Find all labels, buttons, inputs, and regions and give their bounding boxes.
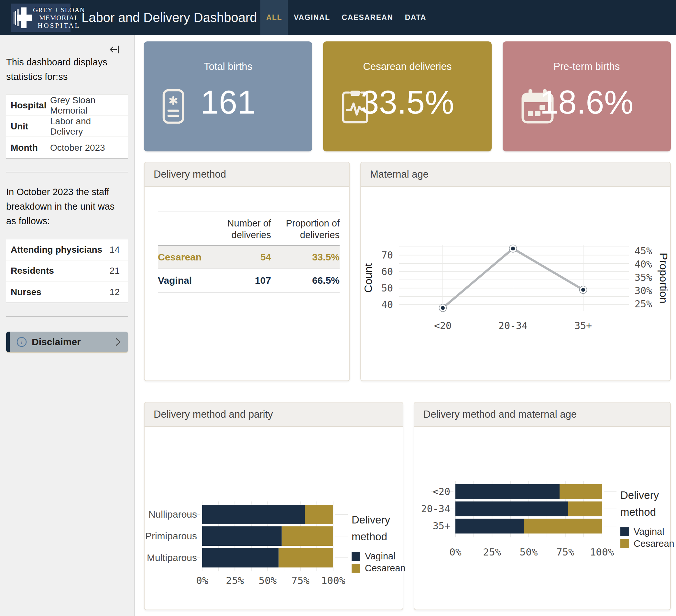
data-point-marker[interactable] (511, 246, 515, 250)
kpi-value: 18.6% (503, 83, 671, 121)
legend: DeliverymethodVaginalCesarean (620, 487, 674, 550)
nav-tabs: ALL VAGINAL CAESAREAN DATA (260, 0, 432, 35)
y-axis-tick-left: 50 (381, 282, 393, 294)
kpi-card-cesarean-deliveries: Cesarean deliveries 33.5% (323, 41, 491, 152)
y-axis-tick-left: 40 (381, 299, 393, 310)
bar-segment-cesarean[interactable] (568, 501, 602, 516)
info-label: Unit (11, 121, 50, 132)
tab-data[interactable]: DATA (399, 0, 432, 35)
bar-segment-vaginal[interactable] (455, 484, 560, 499)
y-axis-tick-right: 40% (635, 259, 652, 270)
hospital-info-table: Hospital Grey Sloan Memorial Unit Labor … (6, 95, 128, 159)
tab-caesarean[interactable]: CAESAREAN (336, 0, 399, 35)
data-point-marker[interactable] (441, 306, 445, 310)
maternal-age-chart-area: 4050607025%30%35%40%45%<2020-3435+CountP… (361, 187, 670, 381)
y-axis-tick-right: 25% (635, 298, 652, 310)
bar-segment-vaginal[interactable] (455, 501, 568, 516)
row-label: Cesarean (158, 245, 213, 269)
info-value: Grey Sloan Memorial (50, 95, 123, 116)
bar-segment-cesarean[interactable] (279, 548, 333, 567)
legend-item-cesarean[interactable]: Cesarean (620, 538, 674, 550)
staff-label: Residents (11, 266, 110, 276)
staff-table: Attending physicians 14 Residents 21 Nur… (6, 239, 128, 303)
sidebar: This dashboard displays statistics for:s… (0, 35, 135, 616)
cell-number: 107 (213, 269, 271, 292)
svg-text:i: i (21, 338, 23, 346)
disclaimer-button[interactable]: i Disclaimer (6, 332, 128, 352)
legend-item-vaginal[interactable]: Vaginal (352, 550, 406, 562)
info-value: October 2023 (50, 143, 105, 153)
table-row-cesarean: Cesarean 54 33.5% (158, 245, 340, 269)
legend-item-label: Cesarean (365, 563, 406, 574)
kpi-value: 161 (144, 83, 312, 121)
table-header-number: Number ofdeliveries (213, 212, 271, 245)
cell-number: 54 (213, 245, 271, 269)
age-method-chart-area: <2020-3435+0%25%50%75%100%Deliverymethod… (414, 427, 670, 611)
bar-segment-vaginal[interactable] (202, 505, 305, 524)
y-axis-tick-left: 70 (381, 249, 393, 261)
staff-intro-text: In October 2023 the staff breakdown in t… (6, 185, 126, 228)
staff-count: 12 (110, 287, 123, 297)
x-axis-tick: 100% (321, 575, 345, 586)
tab-vaginal[interactable]: VAGINAL (288, 0, 336, 35)
legend-item-cesarean[interactable]: Cesarean (352, 562, 406, 574)
charts-row-1: Delivery method Number ofdeliveries Prop… (144, 162, 671, 381)
category-label: 20-34 (421, 503, 450, 514)
category-label: Primiparous (145, 530, 197, 541)
top-navbar: GREY + SLOAN MEMORIAL HOSPITAL Labor and… (0, 0, 676, 35)
data-point-marker[interactable] (581, 288, 585, 292)
table-row: Month October 2023 (6, 137, 128, 158)
kpi-card-preterm-births: Pre-term births 18.6% (503, 41, 671, 152)
x-axis-tick: 25% (483, 546, 501, 558)
table-row: Nurses 12 (6, 281, 128, 302)
panel-title: Delivery method and parity (145, 402, 403, 427)
chevron-right-icon (114, 336, 122, 347)
panel-title: Delivery method and maternal age (414, 402, 670, 427)
table-header-proportion: Proportion ofdeliveries (271, 212, 340, 245)
bar-segment-cesarean[interactable] (282, 526, 333, 546)
legend-item-label: Cesarean (634, 538, 674, 549)
y-axis-tick-right: 45% (635, 245, 652, 257)
x-axis-tick: <20 (434, 320, 452, 331)
table-header-blank (158, 212, 213, 245)
hospital-logo: GREY + SLOAN MEMORIAL HOSPITAL (11, 4, 70, 32)
delivery-method-table: Number ofdeliveries Proportion ofdeliver… (158, 212, 340, 292)
y-axis-title-count: Count (362, 263, 374, 293)
legend-swatch (352, 552, 360, 561)
bar-segment-cesarean[interactable] (560, 484, 602, 499)
sidebar-collapse-icon[interactable] (109, 44, 120, 56)
x-axis-tick: 35+ (574, 320, 592, 331)
tab-all[interactable]: ALL (260, 0, 288, 35)
info-label: Hospital (11, 100, 50, 111)
info-value: Labor and Delivery (50, 116, 123, 137)
bar-segment-cesarean[interactable] (524, 519, 602, 534)
staff-label: Attending physicians (11, 244, 110, 255)
disclaimer-label: Disclaimer (32, 336, 81, 347)
kpi-title: Total births (144, 61, 312, 72)
panel-maternal-age: Maternal age 4050607025%30%35%40%45%<202… (360, 162, 671, 381)
legend-swatch (352, 564, 360, 573)
legend-item-label: Vaginal (365, 551, 396, 562)
panel-delivery-method-maternal-age: Delivery method and maternal age <2020-3… (414, 402, 671, 610)
bar-segment-vaginal[interactable] (455, 519, 524, 534)
bar-segment-cesarean[interactable] (305, 505, 333, 524)
staff-label: Nurses (11, 287, 110, 297)
category-label: <20 (433, 486, 450, 497)
charts-row-2: Delivery method and parity NulliparousPr… (144, 402, 671, 610)
cell-proportion: 33.5% (271, 245, 340, 269)
y-axis-tick-right: 35% (635, 272, 652, 283)
sidebar-intro-text: This dashboard displays statistics for:s… (6, 55, 126, 84)
page-title: Labor and Delivery Dashboard (81, 10, 257, 25)
bar-segment-vaginal[interactable] (202, 526, 282, 546)
kpi-title: Cesarean deliveries (323, 61, 491, 72)
x-axis-tick: 0% (196, 575, 208, 586)
legend-title: Deliverymethod (620, 487, 674, 520)
legend-item-vaginal[interactable]: Vaginal (620, 526, 674, 538)
staff-count: 14 (110, 244, 123, 255)
table-row: Unit Labor and Delivery (6, 116, 128, 137)
kpi-row: Total births 161 Cesarean deliveries (144, 41, 671, 152)
sidebar-divider (6, 316, 128, 317)
kpi-value: 33.5% (323, 83, 491, 121)
x-axis-tick: 75% (291, 575, 309, 586)
bar-segment-vaginal[interactable] (202, 548, 279, 567)
